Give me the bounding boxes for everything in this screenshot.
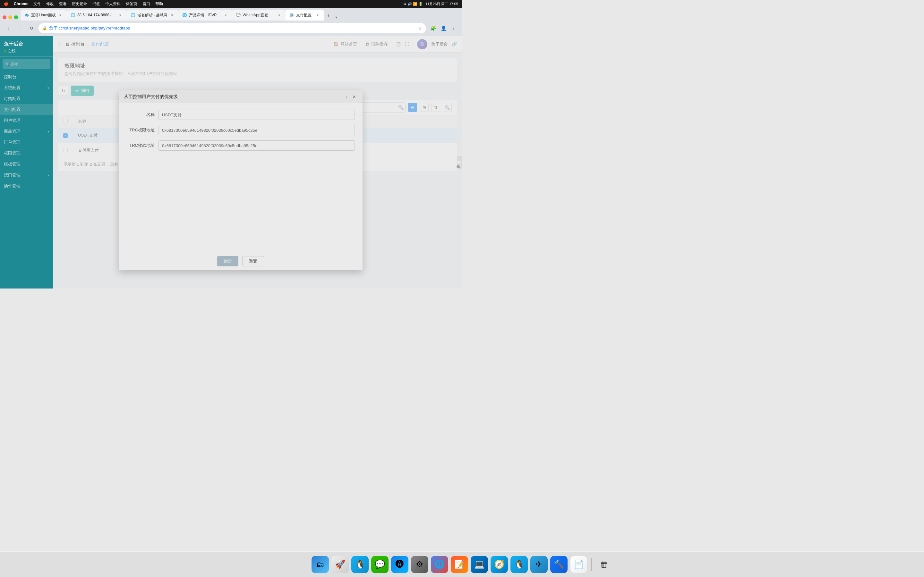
sidebar-item-products[interactable]: 商品管理 ▾ [0, 126, 53, 137]
tab-3-favicon: 🌐 [131, 13, 136, 17]
fullscreen-icon: ⛶ [405, 42, 409, 47]
sidebar-item-users-label: 用户管理 [4, 118, 21, 123]
home-icon: 🏠 [333, 42, 338, 47]
form-input-trc-receive[interactable] [158, 140, 355, 151]
tab-6-favicon: ⚙️ [289, 13, 294, 17]
tab-5[interactable]: 💬 WhatsApp直登新号 - 鱼... × [232, 10, 286, 21]
menu-bookmarks[interactable]: 书签 [92, 1, 100, 7]
sidebar-item-users[interactable]: 用户管理 [0, 115, 53, 126]
modal-maximize-btn[interactable]: □ [342, 93, 349, 100]
back-btn[interactable]: ‹ [4, 24, 13, 33]
menu-tabs[interactable]: 标签页 [126, 1, 137, 7]
tab-6[interactable]: ⚙️ 支付配置 × [286, 10, 324, 21]
sidebar-header: 鱼干后台 在线 [0, 36, 53, 57]
sidebar-item-permissions-label: 权限管理 [4, 150, 21, 156]
modal-minimize-btn[interactable]: — [333, 93, 339, 100]
reload-btn[interactable]: ↻ [27, 24, 36, 33]
tab-4[interactable]: 🌐 产品详情 | IDVPS数据 × [178, 10, 232, 21]
tab-1[interactable]: 🐟 宝塔Linux面板 × [21, 10, 67, 21]
extensions-btn[interactable]: 🧩 [429, 24, 438, 33]
tab-1-close[interactable]: × [58, 13, 63, 18]
form-input-name[interactable] [158, 110, 355, 120]
sidebar: 鱼干后台 在线 🔍 控制台 系统配置 ▾ 订购配置 [0, 36, 53, 288]
forward-btn[interactable]: › [15, 24, 24, 33]
row-2-checkbox[interactable] [63, 148, 68, 152]
menu-help[interactable]: 帮助 [155, 1, 163, 7]
right-panel-hint: 机器人中添加 [455, 161, 461, 163]
tab-2[interactable]: 🌐 38.6.164.174:8888 / lo... × [67, 10, 127, 21]
dashboard-icon: 🖥 [65, 42, 70, 47]
sidebar-item-api[interactable]: 接口管理 ▾ [0, 169, 53, 181]
fullscreen-btn[interactable]: ⛶ [405, 42, 409, 47]
sidebar-item-products-label: 商品管理 [4, 129, 21, 134]
profile-btn[interactable]: 👤 [439, 24, 448, 33]
sidebar-item-system-label: 系统配置 [4, 85, 21, 91]
share-btn[interactable]: 🔗 [452, 42, 457, 47]
sidebar-item-payment-label: 支付配置 [4, 107, 21, 113]
tab-5-label: WhatsApp直登新号 - 鱼... [242, 13, 275, 18]
table-view-grid-btn[interactable]: ⊞ [420, 103, 429, 112]
sidebar-search-wrap[interactable]: 🔍 [3, 59, 50, 69]
toolbar-divider-1 [361, 41, 361, 47]
tab-6-close[interactable]: × [315, 13, 320, 18]
modal-close-btn[interactable]: ✕ [351, 93, 357, 100]
menu-history[interactable]: 历史记录 [72, 1, 87, 7]
form-input-trc-auth[interactable] [158, 125, 355, 135]
menu-file[interactable]: 文件 [33, 1, 41, 7]
sidebar-status: 在线 [4, 48, 49, 54]
more-menu-btn[interactable]: ⋮ [449, 24, 458, 33]
modal-header: 从面控制用户支付的优先级 — □ ✕ [119, 90, 363, 103]
sidebar-item-system[interactable]: 系统配置 ▾ [0, 82, 53, 93]
menu-window[interactable]: 窗口 [142, 1, 150, 7]
sidebar-search-input[interactable] [11, 62, 48, 66]
sidebar-item-orders[interactable]: 订单管理 [0, 137, 53, 148]
table-search-advanced-btn[interactable]: 🔍 [443, 103, 452, 112]
tab-3-close[interactable]: × [170, 13, 174, 18]
copy-btn[interactable]: 📋 [396, 42, 401, 47]
edit-btn[interactable]: ✏ 编辑 [71, 85, 94, 96]
sidebar-item-dashboard[interactable]: 控制台 [0, 71, 53, 82]
menu-view[interactable]: 查看 [59, 1, 67, 7]
window-min-btn[interactable] [8, 15, 12, 19]
window-max-btn[interactable] [14, 15, 18, 19]
new-tab-btn[interactable]: + [324, 11, 333, 21]
table-view-list-btn[interactable]: ☰ [408, 103, 417, 112]
user-avatar[interactable]: 鱼 [417, 39, 427, 49]
menu-profile[interactable]: 个人资料 [105, 1, 121, 7]
tab-6-label: 支付配置 [296, 13, 312, 18]
modal-reset-btn[interactable]: 重置 [242, 256, 264, 266]
tab-2-close[interactable]: × [118, 13, 123, 18]
table-sort-btn[interactable]: ⇅ [431, 103, 440, 112]
main-toolbar: ≡ 🖥 控制台 › 支付配置 🏠 网站首页 [53, 36, 462, 53]
user-name[interactable]: 鱼干后台 [431, 41, 448, 47]
breadcrumb-dashboard[interactable]: 🖥 控制台 [65, 41, 85, 47]
menu-edit[interactable]: 修改 [46, 1, 54, 7]
table-search-icon[interactable]: 🔍 [398, 105, 404, 110]
sidebar-item-payment[interactable]: 支付配置 [0, 104, 53, 115]
tab-3[interactable]: 🌐 域名解析 - 趣域网 × [127, 10, 179, 21]
row-1-checkbox[interactable] [63, 133, 68, 138]
window-close-btn[interactable] [3, 15, 6, 19]
sidebar-item-permissions[interactable]: 权限管理 [0, 148, 53, 159]
address-text[interactable]: 鱼干.cc/caishenjiadao.php/pay?ref=addtabs [49, 25, 416, 31]
sidebar-item-templates[interactable]: 模板管理 [0, 159, 53, 169]
sidebar-item-order-config[interactable]: 订购配置 [0, 93, 53, 104]
menu-toggle-btn[interactable]: ≡ [58, 41, 61, 47]
mac-topbar: 🍎 Chrome 文件 修改 查看 历史记录 书签 个人资料 标签页 窗口 帮助… [0, 0, 462, 8]
bookmark-star-icon[interactable]: ☆ [418, 26, 422, 31]
clear-cache-btn[interactable]: 🗑 清除缓存 [365, 41, 388, 47]
page-header: 权限地址 您可以拖动操作栏中的排序按钮，从面控制用户支付的优先级 [58, 58, 457, 82]
tab-5-close[interactable]: × [276, 13, 282, 18]
refresh-btn[interactable]: ↻ [58, 85, 68, 96]
sidebar-item-plugins[interactable]: 插件管理 [0, 181, 53, 191]
tab-4-close[interactable]: × [223, 13, 228, 18]
address-input-wrap[interactable]: 🔒 鱼干.cc/caishenjiadao.php/pay?ref=addtab… [39, 23, 426, 33]
tab-list-chevron[interactable]: ▾ [333, 14, 339, 21]
modal-controls: — □ ✕ [333, 93, 357, 100]
select-all-checkbox[interactable] [63, 119, 68, 123]
apple-icon[interactable]: 🍎 [4, 2, 9, 6]
site-home-btn[interactable]: 🏠 网站首页 [333, 41, 357, 47]
modal-confirm-btn[interactable]: 确定 [217, 256, 238, 266]
row-2-checkbox-cell [58, 143, 73, 158]
tab-1-favicon: 🐟 [24, 13, 29, 17]
